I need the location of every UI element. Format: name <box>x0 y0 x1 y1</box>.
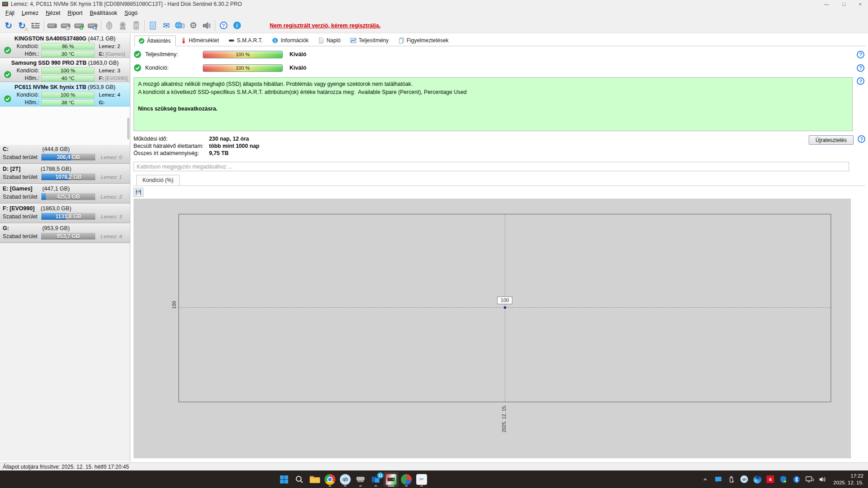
main-panel: Áttekintés Hőmérséklet S.M.A.R.T. Inform… <box>130 34 868 462</box>
tray-network-icon[interactable] <box>805 475 815 484</box>
condition-help-icon[interactable]: ? <box>857 64 864 72</box>
disk-search-icon[interactable] <box>86 19 99 32</box>
maximize-button[interactable]: □ <box>842 2 846 7</box>
start-button[interactable] <box>276 472 292 487</box>
notes-icon[interactable] <box>146 19 160 32</box>
partition-panel-f[interactable]: (1863,0 GB)F: [EVO990] Szabad terület113… <box>0 204 130 223</box>
free-space-label: Szabad terület <box>3 194 41 200</box>
performance-help-icon[interactable]: ? <box>857 51 864 58</box>
disk-number: Lemez: 3 <box>94 68 120 73</box>
disk-number: Lemez: 2 <box>101 194 122 200</box>
chart-data-point[interactable] <box>504 306 506 309</box>
tray-bluetooth-icon[interactable] <box>792 475 801 484</box>
disk-usage-app-button[interactable] <box>399 472 414 487</box>
windows-taskbar: qb 11 ✂ ^ qb a 17:22 2025. 12. 15. <box>0 470 868 488</box>
computer-icon[interactable] <box>129 19 143 32</box>
tab-smart[interactable]: S.M.A.R.T. <box>224 35 267 46</box>
close-button[interactable]: × <box>859 2 862 7</box>
hard-disk-sentinel-button[interactable] <box>383 472 399 487</box>
lifetime-stats: Működési idő:230 nap, 12 óra Becsült hát… <box>134 135 259 157</box>
disk-panel-pc611-selected[interactable]: PC611 NVMe SK hynix 1TB (953,9 GB) Kondí… <box>0 82 130 106</box>
help-icon[interactable]: ? <box>217 19 230 32</box>
taskbar-clock[interactable]: 17:22 2025. 12. 15. <box>833 473 864 486</box>
remaining-lifetime-value: több mint 1000 nap <box>209 143 259 149</box>
mail-app-button[interactable]: 11 <box>368 472 383 487</box>
free-space-label: Szabad terület <box>3 174 41 180</box>
qbittorrent-button[interactable]: qb <box>338 472 353 487</box>
temperature-label: Hőm.: <box>13 75 41 81</box>
globe-network-icon[interactable] <box>173 19 187 32</box>
refresh-warning-icon[interactable]: ↻⚠ <box>15 19 29 32</box>
settings-gear-icon[interactable]: ⚙ <box>187 19 200 32</box>
menu-settings[interactable]: Beállítások <box>86 9 121 18</box>
about-info-icon[interactable]: i <box>230 19 244 32</box>
tab-log[interactable]: Napló <box>314 35 345 46</box>
device-app-button[interactable] <box>353 472 368 487</box>
power-on-time-value: 230 nap, 12 óra <box>209 136 249 142</box>
tray-amd-icon[interactable]: a <box>766 475 775 484</box>
menu-view[interactable]: Nézet <box>42 9 64 18</box>
refresh-icon[interactable]: ↻ <box>2 19 15 32</box>
tray-edge-swirl-icon[interactable] <box>752 475 762 484</box>
tray-blue-app-icon[interactable] <box>713 475 723 484</box>
retest-help-icon[interactable]: ? <box>858 135 865 143</box>
disk-name: KINGSTON SA400S37480G <box>14 35 86 42</box>
summary-line-1: A mozgó alkatrész nélküli meghajtó (SSD)… <box>138 80 848 88</box>
disk-check-icon[interactable] <box>72 19 86 32</box>
summary-line-2: A kondíciót a következő SSD-specifikus S… <box>138 88 848 96</box>
tab-performance[interactable]: Teljesítmény <box>346 35 394 46</box>
partition-panel-e[interactable]: (447,1 GB)E: [Games] Szabad terület425,3… <box>0 184 130 204</box>
condition-label: Kondíció: <box>145 65 203 71</box>
email-icon[interactable]: ✉ <box>160 19 173 32</box>
chart-tab-condition[interactable]: Kondíció (%) <box>136 175 180 186</box>
registration-warning-link[interactable]: Nem regisztrált verzió, kérem regisztrál… <box>270 22 381 29</box>
tab-alerts[interactable]: Figyelmeztetések <box>394 35 454 46</box>
tab-temperature[interactable]: Hőmérséklet <box>176 35 224 46</box>
condition-rating: Kiváló <box>289 65 307 71</box>
disk-sidebar: KINGSTON SA400S37480G (447,1 GB) Kondíci… <box>0 34 130 462</box>
partition-panel-d[interactable]: (1788,5 GB)D: [2T] Szabad terület1078,2 … <box>0 164 130 184</box>
minimize-button[interactable]: — <box>824 2 829 7</box>
free-space-bar: 1131,8 GB <box>41 213 95 220</box>
tray-usb-icon[interactable] <box>726 475 736 484</box>
summary-help-icon[interactable]: ? <box>857 77 864 85</box>
partition-size: (444,8 GB) <box>3 146 109 153</box>
menu-disk[interactable]: Lemez <box>18 9 42 18</box>
tab-information[interactable]: Információk <box>268 35 313 46</box>
tray-security-shield-icon[interactable] <box>779 475 788 484</box>
menu-file[interactable]: Fájl <box>2 9 18 18</box>
system-tray: ^ qb a 17:22 2025. 12. 15. <box>700 470 868 488</box>
clock-time: 17:22 <box>833 473 864 479</box>
snipping-tool-button[interactable]: ✂ <box>414 472 429 487</box>
save-chart-button[interactable] <box>134 188 143 197</box>
health-ok-icon <box>2 43 13 58</box>
menu-help[interactable]: Súgó <box>121 9 141 18</box>
disk-panel-kingston[interactable]: KINGSTON SA400S37480G (447,1 GB) Kondíci… <box>0 34 130 58</box>
disk-icon[interactable] <box>45 19 59 32</box>
free-space-label: Szabad terület <box>3 154 41 160</box>
chrome-icon <box>325 474 335 485</box>
comment-input[interactable] <box>134 162 849 171</box>
report-list-icon[interactable] <box>29 19 42 32</box>
taskbar-search-button[interactable] <box>292 472 307 487</box>
tray-qbittorrent-icon[interactable]: qb <box>739 475 749 484</box>
file-explorer-button[interactable] <box>307 472 322 487</box>
mouse-icon[interactable] <box>102 19 116 32</box>
health-ok-icon <box>2 91 13 106</box>
sidebar-scrollbar[interactable] <box>127 118 129 139</box>
disk-number: Lemez: 4 <box>101 234 122 239</box>
disk-panel-samsung[interactable]: Samsung SSD 990 PRO 2TB (1863,0 GB) Kond… <box>0 58 130 82</box>
disk-clock-icon[interactable] <box>59 19 72 32</box>
retest-button[interactable]: Újratesztelés <box>809 135 854 145</box>
camera-icon[interactable] <box>116 19 129 32</box>
menu-report[interactable]: Riport <box>64 9 86 18</box>
hard-disk-sentinel-window: Lemez: 4, PC611 NVMe SK hynix 1TB [CD0BN… <box>0 0 868 488</box>
chrome-button[interactable] <box>322 472 338 487</box>
tray-volume-icon[interactable] <box>818 475 828 484</box>
tray-chevron-up-icon[interactable]: ^ <box>700 476 710 483</box>
speaker-icon[interactable] <box>200 19 214 32</box>
partition-panel-c[interactable]: (444,8 GB)C: Szabad terület306,4 GBLemez… <box>0 144 130 164</box>
partition-panel-g[interactable]: (953,9 GB)G: Szabad terület953,7 GBLemez… <box>0 223 130 243</box>
health-summary-box: A mozgó alkatrész nélküli meghajtó (SSD)… <box>134 77 853 131</box>
tab-overview[interactable]: Áttekintés <box>134 35 176 46</box>
